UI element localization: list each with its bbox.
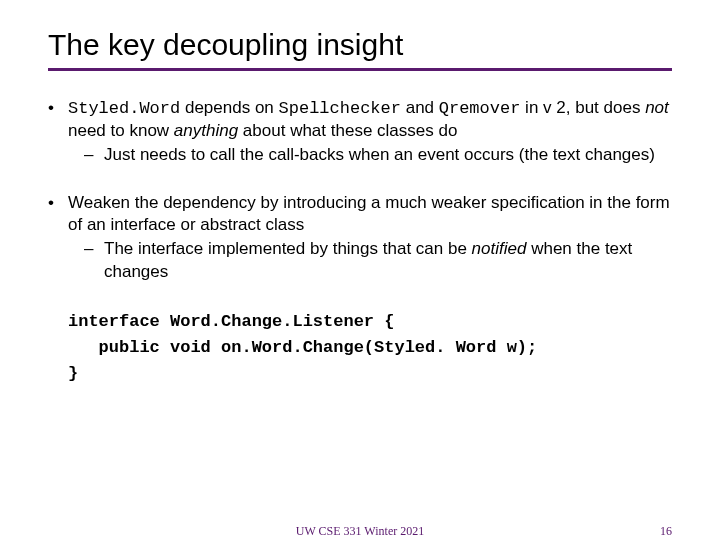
bullet-2-sub: The interface implemented by things that…	[68, 238, 672, 282]
t: in v 2, but does	[520, 98, 645, 117]
bullet-1: Styled.Word depends on Spellchecker and …	[48, 97, 672, 166]
bullet-1-sub: Just needs to call the call-backs when a…	[68, 144, 672, 166]
em-notified: notified	[472, 239, 527, 258]
em-not: not	[645, 98, 669, 117]
code-line-1: interface Word.Change.Listener {	[68, 312, 394, 331]
slide: The key decoupling insight Styled.Word d…	[0, 0, 720, 540]
bullet-list: Styled.Word depends on Spellchecker and …	[48, 97, 672, 388]
title-rule	[48, 68, 672, 71]
bullet-1-text: Styled.Word depends on Spellchecker and …	[68, 97, 672, 142]
code-block: interface Word.Change.Listener { public …	[48, 309, 672, 388]
code-styledword: Styled.Word	[68, 99, 180, 118]
em-anything: anything	[174, 121, 238, 140]
bullet-2-text: Weaken the dependency by introducing a m…	[68, 192, 672, 236]
code-spellchecker: Spellchecker	[279, 99, 401, 118]
t: depends on	[180, 98, 278, 117]
code-line-2: public void on.Word.Change(Styled. Word …	[68, 338, 537, 357]
t: The interface implemented by things that…	[104, 239, 472, 258]
code-qremover: Qremover	[439, 99, 521, 118]
t: and	[401, 98, 439, 117]
t: need to know	[68, 121, 174, 140]
slide-title: The key decoupling insight	[48, 28, 672, 62]
code-line-3: }	[68, 364, 78, 383]
footer-course: UW CSE 331 Winter 2021	[296, 524, 424, 539]
t: about what these classes do	[238, 121, 457, 140]
page-number: 16	[660, 524, 672, 539]
bullet-2: Weaken the dependency by introducing a m…	[48, 192, 672, 282]
